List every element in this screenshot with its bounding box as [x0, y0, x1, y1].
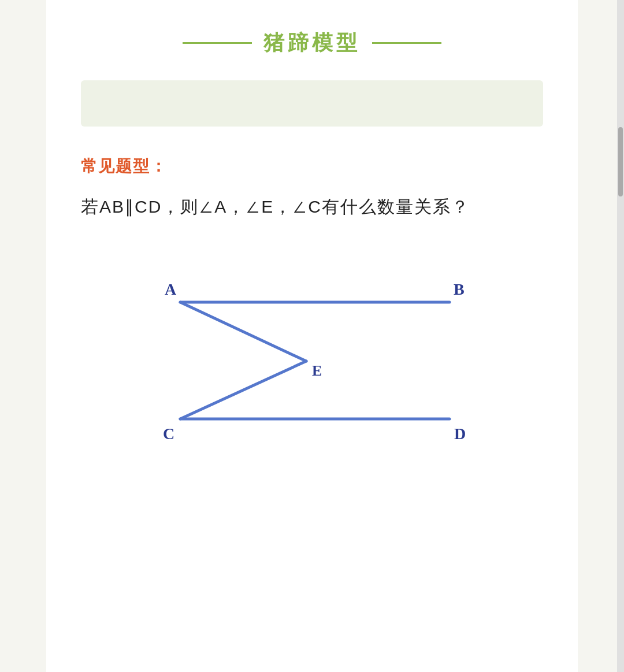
content-area: 猪蹄模型 常见题型： 若AB∥CD，则∠A，∠E，∠C有什么数量关系？ A B … [46, 0, 578, 672]
question-text: 若AB∥CD，则∠A，∠E，∠C有什么数量关系？ [81, 191, 543, 222]
title-line-left [183, 42, 252, 44]
title-section: 猪蹄模型 [81, 29, 543, 57]
highlight-box [81, 80, 543, 127]
line-ae [180, 302, 306, 361]
label-e: E [312, 362, 322, 379]
label-b: B [454, 280, 465, 298]
page-title: 猪蹄模型 [263, 29, 361, 57]
label-a: A [165, 280, 177, 298]
label-c: C [163, 425, 174, 443]
scrollbar-thumb[interactable] [618, 127, 623, 196]
geometry-diagram: A B E C D [133, 263, 491, 459]
diagram-container: A B E C D [81, 251, 543, 471]
scrollbar[interactable] [617, 0, 624, 672]
label-d: D [454, 425, 466, 443]
line-ec [180, 361, 306, 419]
section-label: 常见题型： [81, 155, 543, 177]
title-line-right [372, 42, 441, 44]
page-container: 猪蹄模型 常见题型： 若AB∥CD，则∠A，∠E，∠C有什么数量关系？ A B … [0, 0, 624, 672]
